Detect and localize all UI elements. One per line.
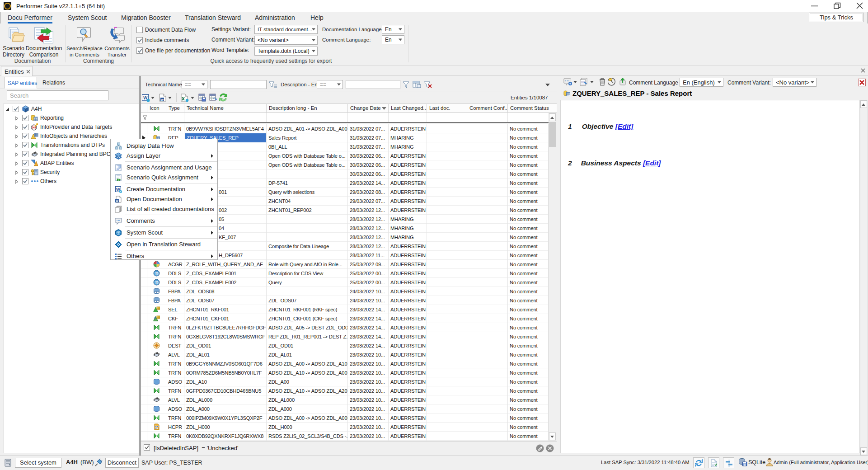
svg-text:w: w [115,199,118,202]
svg-text:w: w [160,98,164,101]
svg-text:D: D [155,271,159,276]
svg-text:D: D [155,280,159,285]
